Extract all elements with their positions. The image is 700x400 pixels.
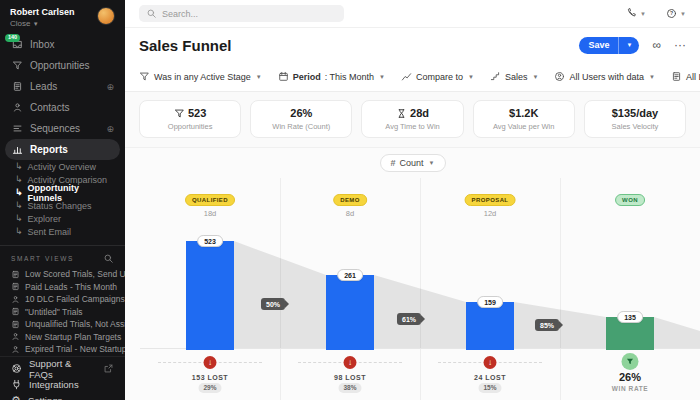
save-button-label: Save [579, 40, 618, 50]
bar-value-label: 135 [617, 311, 643, 323]
topbar: ▼ ? ▼ [125, 0, 700, 28]
sidebar-item-contacts[interactable]: Contacts [0, 97, 125, 118]
sidebar-item-label: Support & FAQs [29, 358, 96, 380]
inbox-count-badge: 140 [5, 34, 20, 42]
stat-card-win-rate-count: 26%Win Rate (Count) [250, 100, 352, 138]
sidebar-item-reports[interactable]: Reports [5, 139, 120, 160]
stage-duration: 18d [204, 209, 217, 218]
search-bar[interactable] [139, 5, 344, 22]
stage-badge-won: WON [615, 194, 645, 206]
phone-menu[interactable]: ▼ [626, 8, 646, 19]
branch-icon: ↳ [15, 214, 23, 223]
lost-icon: ↓ [204, 356, 217, 369]
column-divider [280, 178, 281, 400]
stat-label: Avg Time to Win [385, 122, 439, 131]
funnel-bar-demo[interactable] [326, 275, 374, 348]
hash-icon: # [391, 158, 396, 168]
bar-base-segment [606, 348, 654, 351]
bar-base-segment [186, 348, 234, 351]
lines-icon [11, 123, 23, 134]
filter-label: Was in any Active Stage [154, 72, 251, 82]
save-dropdown-caret[interactable]: ▼ [618, 37, 639, 54]
sidebar-item-inbox[interactable]: 140Inbox [0, 34, 125, 55]
stat-card-avg-time-to-win: 28dAvg Time to Win [361, 100, 463, 138]
more-options-icon[interactable]: ··· [674, 39, 686, 51]
chevron-down-icon: ▼ [256, 74, 262, 80]
sidebar-item-support-faqs[interactable]: Support & FAQs [0, 361, 125, 377]
smart-view-new-startup-plan-targets[interactable]: New Startup Plan Targets [0, 331, 125, 344]
chevron-down-icon: ▼ [33, 21, 39, 27]
chevron-down-icon: ▼ [468, 74, 474, 80]
filter-all-leads[interactable]: All Leads▼ [671, 71, 700, 82]
lost-count-label: 98 LOST [334, 374, 366, 381]
org-switcher[interactable]: Close ▼ [10, 19, 75, 28]
lost-count-label: 24 LOST [474, 374, 506, 381]
filter-compare-to[interactable]: Compare to▼ [401, 71, 474, 82]
sidebar-item-opportunities[interactable]: Opportunities [0, 55, 125, 76]
main-area: ▼ ? ▼ Sales Funnel Save ▼ ∞ ··· Was in a… [125, 0, 700, 400]
sidebar-subitem-explorer[interactable]: ↳Explorer [0, 212, 125, 225]
stage-duration: 8d [346, 209, 354, 218]
funnel-bar-proposal[interactable] [466, 302, 514, 348]
search-input[interactable] [162, 9, 337, 19]
funnel-icon [11, 60, 23, 71]
stats-row: 523Opportunities26%Win Rate (Count)28dAv… [125, 92, 700, 148]
win-rate-label: WIN RATE [612, 385, 648, 392]
sidebar: Robert Carlsen Close ▼ 140InboxOpportuni… [0, 0, 125, 400]
smart-view-paid-leads-this-month[interactable]: Paid Leads - This Month [0, 281, 125, 294]
chevron-down-icon: ▼ [640, 11, 646, 17]
count-metric-dropdown[interactable]: # Count ▼ [380, 154, 446, 172]
copy-link-icon[interactable]: ∞ [652, 39, 661, 51]
divider [0, 245, 125, 246]
doc-icon [671, 71, 682, 82]
plug-icon [11, 379, 22, 390]
user-menu[interactable]: Robert Carlsen Close ▼ [0, 0, 125, 34]
sidebar-subitem-label: Opportunity Funnels [28, 183, 114, 203]
smart-view-expired-trial-new-startup[interactable]: Expired Trial - New Startup... [0, 343, 125, 356]
save-button[interactable]: Save ▼ [579, 37, 639, 54]
filter-period-this-month[interactable]: Period: This Month▼ [278, 71, 385, 82]
conversion-rate-tag: 61% [397, 313, 421, 325]
sidebar-subitem-activity-overview[interactable]: ↳Activity Overview [0, 160, 125, 173]
sidebar-item-settings[interactable]: ⚙Settings [0, 393, 125, 400]
chevron-down-icon: ▼ [379, 74, 385, 80]
sidebar-item-integrations[interactable]: Integrations [0, 377, 125, 393]
smart-view-10-dlc-failed-campaigns[interactable]: 10 DLC Failed Campaigns [0, 293, 125, 306]
user-name: Robert Carlsen [10, 7, 75, 17]
lost-count-label: 153 LOST [192, 374, 228, 381]
smart-view-low-scored-trials-send-u[interactable]: Low Scored Trials, Send U... [0, 268, 125, 281]
add-icon[interactable]: ⊕ [106, 124, 114, 134]
doc-icon [11, 81, 23, 92]
sidebar-subitem-sent-email[interactable]: ↳Sent Email [0, 225, 125, 238]
reports-subnav: ↳Activity Overview↳Activity Comparison↳O… [0, 160, 125, 238]
filter-label-bold: Period [293, 72, 321, 82]
funnel-icon [174, 108, 185, 119]
avatar[interactable] [97, 7, 115, 25]
doc-icon [11, 320, 20, 329]
search-icon[interactable] [103, 253, 114, 264]
filter-sales[interactable]: Sales▼ [490, 71, 538, 82]
help-menu[interactable]: ? ▼ [666, 8, 686, 19]
filter-was-in-any-active-stage[interactable]: Was in any Active Stage▼ [139, 71, 262, 82]
smart-views-header: SMART VIEWS [0, 251, 125, 268]
smart-view-unqualified-trials-not-assi[interactable]: Unqualified Trials, Not Assi... [0, 318, 125, 331]
branch-icon: ↳ [15, 175, 23, 184]
conversion-rate-tag: 85% [535, 319, 559, 331]
smart-view-label: Expired Trial - New Startup... [25, 344, 125, 354]
stat-value: $135/day [612, 107, 658, 119]
stat-label: Avg Value per Win [493, 122, 554, 131]
sidebar-item-leads[interactable]: Leads⊕ [0, 76, 125, 97]
smart-view-untitled-trials[interactable]: "Untitled" Trials [0, 306, 125, 319]
doc-icon [11, 282, 20, 291]
phone-icon [626, 8, 637, 19]
page-header: Sales Funnel Save ▼ ∞ ··· [125, 28, 700, 62]
filter-all-users-with-data[interactable]: All Users with data▼ [554, 71, 654, 82]
sidebar-item-label: Sequences [30, 123, 80, 134]
funnel-bar-qualified[interactable] [186, 241, 234, 348]
add-icon[interactable]: ⊕ [106, 82, 114, 92]
sidebar-subitem-opportunity-funnels[interactable]: ↳Opportunity Funnels [0, 186, 125, 199]
hourglass-icon [396, 108, 407, 119]
sidebar-item-sequences[interactable]: Sequences⊕ [0, 118, 125, 139]
stage-badge-demo: DEMO [333, 194, 367, 206]
stat-card-sales-velocity: $135/daySales Velocity [584, 100, 686, 138]
